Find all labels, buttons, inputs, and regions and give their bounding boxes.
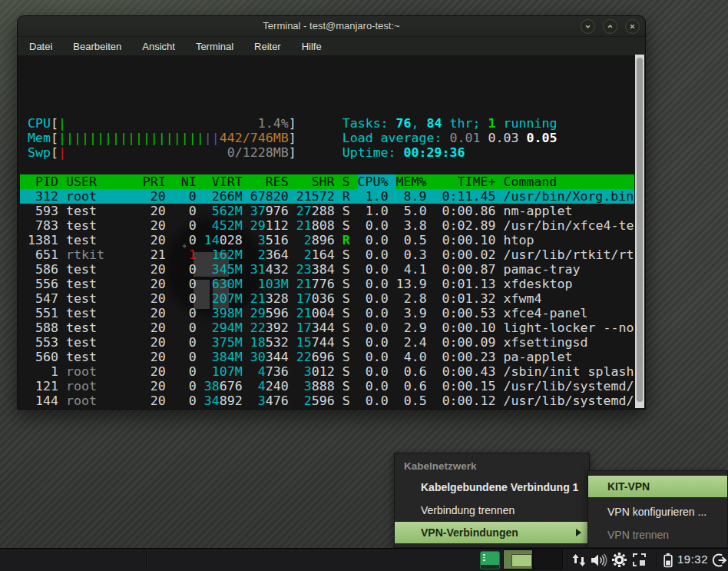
process-row-588[interactable]: 588 test 20 0 294M 22392 17344 S 0.0 2.9… bbox=[20, 320, 634, 335]
scrollbar-thumb[interactable] bbox=[637, 58, 643, 402]
titlebar[interactable]: Terminal - test@manjaro-test:~ bbox=[18, 16, 645, 37]
process-row-560[interactable]: 560 test 20 0 384M 30344 22696 S 0.0 4.0… bbox=[20, 350, 634, 364]
desktop: Terminal - test@manjaro-test:~ DateiBear… bbox=[0, 0, 728, 571]
terminal-scrollbar[interactable] bbox=[635, 55, 644, 408]
process-row-121[interactable]: 121 root 20 0 38676 4240 3888 S 0.0 0.6 … bbox=[20, 379, 634, 393]
menubar-item-terminal[interactable]: Terminal bbox=[196, 41, 233, 52]
terminal-taskbar-button[interactable] bbox=[480, 551, 500, 569]
submenu-arrow-icon bbox=[576, 529, 581, 536]
network-icon[interactable] bbox=[570, 551, 588, 569]
process-row-547[interactable]: 547 test 20 0 207M 21328 17036 S 0.0 2.8… bbox=[20, 291, 634, 306]
maximize-button[interactable] bbox=[603, 19, 617, 34]
window-title: Terminal - test@manjaro-test:~ bbox=[18, 20, 645, 32]
workspace-pager bbox=[503, 549, 563, 569]
close-button[interactable] bbox=[625, 19, 640, 34]
blank-line bbox=[20, 160, 634, 174]
menubar: DateiBearbeitenAnsichtTerminalReiterHilf… bbox=[18, 37, 645, 55]
workspace-1[interactable] bbox=[503, 549, 533, 569]
menubar-item-reiter[interactable]: Reiter bbox=[254, 41, 281, 52]
network-menu-item-verbindung-trennen[interactable]: Verbindung trennen bbox=[395, 499, 589, 522]
process-table-header[interactable]: PID USER PRI NI VIRT RES SHR S CPU% MEM%… bbox=[20, 174, 634, 189]
process-row-1381[interactable]: 1381 test 20 0 14028 3516 2896 R 0.0 0.5… bbox=[20, 233, 634, 247]
process-row-783[interactable]: 783 test 20 0 452M 29112 21808 S 0.0 3.8… bbox=[20, 218, 634, 233]
menubar-item-datei[interactable]: Datei bbox=[29, 41, 52, 52]
meter-line: Mem[|||||||||||||||||||||442/746MB] Load… bbox=[20, 131, 634, 145]
battery-icon[interactable] bbox=[659, 551, 677, 569]
vpn-submenu-item-vpn-konfigurieren[interactable]: VPN konfigurieren ... bbox=[588, 500, 727, 523]
clipboard-icon[interactable] bbox=[630, 551, 648, 569]
vpn-submenu-item-vpn-trennen: VPN trennen bbox=[588, 523, 727, 546]
menubar-item-hilfe[interactable]: Hilfe bbox=[302, 41, 322, 52]
process-row-593[interactable]: 593 test 20 0 562M 37976 27288 S 1.0 5.0… bbox=[20, 204, 634, 218]
minimize-button[interactable] bbox=[581, 19, 595, 34]
process-row-312[interactable]: 312 root 20 0 266M 67820 21572 R 1.0 8.9… bbox=[20, 189, 634, 204]
volume-icon[interactable] bbox=[590, 551, 608, 569]
sort-column-cpu: CPU% bbox=[358, 174, 396, 189]
taskbar: 19:32 bbox=[0, 548, 728, 571]
menubar-item-bearbeiten[interactable]: Bearbeiten bbox=[73, 41, 121, 52]
workspace-2[interactable] bbox=[533, 549, 563, 569]
process-row-144[interactable]: 144 root 20 0 34892 3476 2596 S 0.0 0.5 … bbox=[20, 393, 634, 408]
meter-line: CPU[| 1.4%] Tasks: 76, 84 thr; 1 running bbox=[20, 116, 634, 131]
terminal-window: Terminal - test@manjaro-test:~ DateiBear… bbox=[17, 15, 646, 410]
logout-icon[interactable] bbox=[710, 551, 728, 569]
process-row-553[interactable]: 553 test 20 0 375M 18532 15744 S 0.0 2.4… bbox=[20, 335, 634, 350]
clock[interactable]: 19:32 bbox=[677, 553, 708, 566]
menubar-item-ansicht[interactable]: Ansicht bbox=[142, 41, 175, 52]
process-row-551[interactable]: 551 test 20 0 398M 29596 21004 S 0.0 3.9… bbox=[20, 306, 634, 320]
vpn-submenu: KIT-VPNVPN konfigurieren ...VPN trennen bbox=[587, 470, 728, 548]
network-menu-header: Kabelnetzwerk bbox=[395, 457, 589, 476]
process-row-1[interactable]: 1 root 20 0 107M 4736 3012 S 0.0 0.6 0:0… bbox=[20, 364, 634, 379]
process-row-556[interactable]: 556 test 20 0 630M 103M 21776 S 0.0 13.9… bbox=[20, 277, 634, 291]
network-menu: KabelnetzwerkKabelgebundene Verbindung 1… bbox=[394, 453, 590, 548]
settings-gear-icon[interactable] bbox=[610, 551, 628, 569]
network-menu-item-kabelgebundene-verbindung-1[interactable]: Kabelgebundene Verbindung 1 bbox=[395, 476, 589, 499]
process-row-586[interactable]: 586 test 20 0 345M 31432 23384 S 0.0 4.1… bbox=[20, 262, 634, 277]
vpn-submenu-item-kit-vpn[interactable]: KIT-VPN bbox=[588, 476, 727, 497]
network-menu-item-vpn-verbindungen[interactable]: VPN-Verbindungen bbox=[395, 522, 589, 543]
process-row-651[interactable]: 651 rtkit 21 1 162M 2364 2164 S 0.0 0.3 … bbox=[20, 247, 634, 262]
meter-line: Swp[| 0/1228MB] Uptime: 00:29:36 bbox=[20, 145, 634, 160]
htop-screen: ✦ CPU[| 1.4%] Tasks: 76, 84 thr; 1 runni… bbox=[20, 55, 634, 408]
